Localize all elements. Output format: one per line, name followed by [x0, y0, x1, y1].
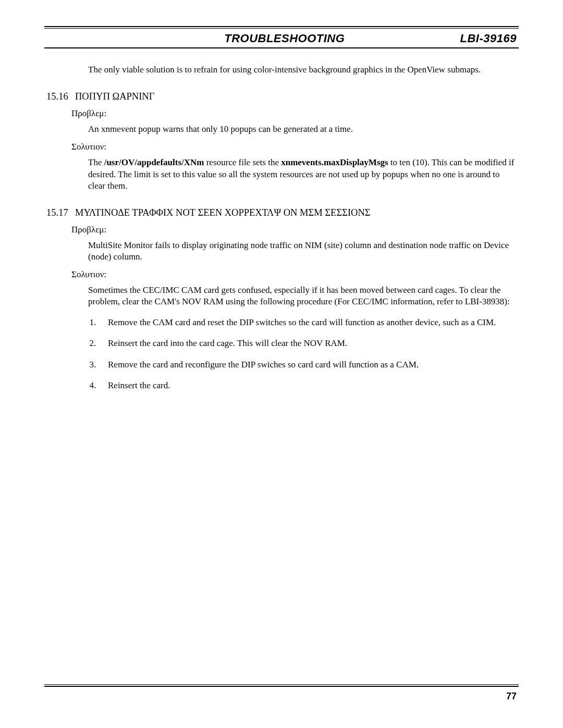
solution-bold-prop: xnmevents.maxDisplayMsgs — [281, 157, 388, 167]
problem-text: MultiSite Monitor fails to display origi… — [88, 240, 517, 263]
footer-rule-thin — [44, 684, 519, 685]
section-title: ΜΥΛΤΙΝΟΔΕ ΤΡΑΦΦΙΧ ΝΟΤ ΣΕΕΝ ΧΟΡΡΕΧΤΛΨ ΟΝ … — [75, 206, 371, 219]
footer-rule-thick — [44, 686, 519, 687]
step-item: Remove the card and reconfigure the DIP … — [103, 359, 517, 371]
footer: 77 — [44, 684, 519, 702]
section-heading-15-16: 15.16 ΠΟΠΥΠ ΩΑΡΝΙΝΓ — [46, 90, 517, 103]
header-rule-top-thin — [44, 28, 519, 29]
content: The only viable solution is to refrain f… — [44, 64, 519, 391]
solution-label: Σολυτιον: — [71, 141, 517, 153]
solution-text: The /usr/OV/appdefaults/XNm resource fil… — [88, 157, 517, 191]
solution-mid: resource file sets the — [204, 157, 281, 167]
steps-list: Remove the CAM card and reset the DIP sw… — [103, 317, 517, 391]
solution-bold-path: /usr/OV/appdefaults/XNm — [104, 157, 204, 167]
problem-label: Προβλεμ: — [71, 108, 517, 119]
page-header: TROUBLESHOOTING LBI-39169 — [44, 32, 519, 47]
problem-text: An xnmevent popup warns that only 10 pop… — [88, 124, 517, 135]
page: TROUBLESHOOTING LBI-39169 The only viabl… — [0, 0, 563, 728]
step-item: Reinsert the card. — [103, 380, 517, 391]
solution-pre: The — [88, 157, 104, 167]
header-rule-bottom — [44, 47, 519, 48]
section-number: 15.17 — [46, 206, 75, 219]
section-heading-15-17: 15.17 ΜΥΛΤΙΝΟΔΕ ΤΡΑΦΦΙΧ ΝΟΤ ΣΕΕΝ ΧΟΡΡΕΧΤ… — [46, 206, 517, 219]
page-number: 77 — [44, 691, 519, 702]
solution-label: Σολυτιον: — [71, 269, 517, 280]
step-item: Remove the CAM card and reset the DIP sw… — [103, 317, 517, 328]
header-title: TROUBLESHOOTING — [46, 32, 460, 45]
solution-text: Sometimes the CEC/IMC CAM card gets conf… — [88, 285, 517, 307]
intro-paragraph: The only viable solution is to refrain f… — [88, 64, 517, 76]
header-doc-id: LBI-39169 — [460, 32, 517, 45]
header-rule-top-thick — [44, 26, 519, 27]
step-item: Reinsert the card into the card cage. Th… — [103, 338, 517, 349]
section-title: ΠΟΠΥΠ ΩΑΡΝΙΝΓ — [75, 90, 154, 103]
problem-label: Προβλεμ: — [71, 224, 517, 236]
section-number: 15.16 — [46, 90, 75, 103]
